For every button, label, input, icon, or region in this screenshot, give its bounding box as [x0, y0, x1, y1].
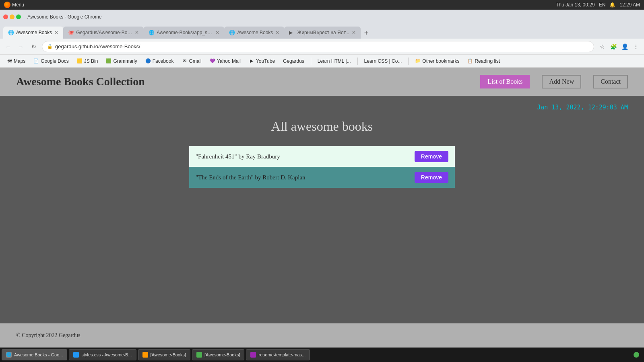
page-wrapper: Awesome Books Collection List of Books A… — [0, 68, 644, 348]
back-button[interactable]: ← — [3, 42, 13, 51]
bookmark-gegardus-label: Gegardus — [283, 58, 304, 64]
window-controls[interactable] — [3, 14, 21, 19]
site-title: Awesome Books Collection — [16, 75, 464, 88]
main-content: Jan 13, 2022, 12:29:03 AM All awesome bo… — [0, 96, 644, 323]
remove-book-0-button[interactable]: Remove — [415, 151, 448, 162]
taskbar-item-1[interactable]: styles.css - Awesome-B... — [69, 349, 136, 360]
bookmark-gegardus[interactable]: Gegardus — [280, 58, 308, 65]
bookmark-learn-html-label: Learn HTML |... — [318, 58, 351, 64]
maximize-window-button[interactable] — [16, 14, 21, 19]
url-bar[interactable]: 🔒 gegardus.github.io/Awesome-Books/ — [42, 41, 594, 52]
bookmark-facebook[interactable]: 🔵 Facebook — [142, 58, 177, 65]
bookmark-gmail-label: Gmail — [189, 58, 201, 64]
reload-button[interactable]: ↻ — [29, 42, 39, 51]
folder-icon: 📁 — [415, 58, 421, 64]
menu-icon[interactable]: ⋮ — [631, 42, 641, 51]
taskbar-label-0: Awesome Books - Goo... — [14, 352, 63, 357]
tab-close-4[interactable]: ✕ — [352, 30, 356, 35]
google-docs-icon: 📄 — [33, 58, 39, 64]
reading-list-icon: 📋 — [467, 58, 473, 64]
tab-favicon-4: ▶ — [289, 30, 295, 35]
taskbar-icon-4 — [250, 352, 256, 358]
profile-icon[interactable]: 👤 — [620, 42, 630, 51]
os-menu[interactable]: Menu — [4, 2, 24, 8]
address-bar: ← → ↻ 🔒 gegardus.github.io/Awesome-Books… — [0, 39, 644, 55]
tab-3[interactable]: 🌐 Awesome Books ✕ — [224, 27, 284, 39]
os-bar: Menu Thu Jan 13, 00:29 EN 🔔 12:29 AM — [0, 0, 644, 10]
taskbar-item-0[interactable]: 🌐 Awesome Books - Goo... — [2, 349, 67, 360]
taskbar-item-3[interactable]: [Awesome-Books] — [192, 349, 244, 360]
bookmark-learn-html[interactable]: Learn HTML |... — [314, 58, 354, 65]
remove-book-1-button[interactable]: Remove — [415, 172, 448, 183]
nav-add-new[interactable]: Add New — [542, 75, 581, 88]
bookmark-reading-list[interactable]: 📋 Reading list — [464, 58, 503, 65]
bookmark-learn-css-label: Learn CSS | Co... — [364, 58, 402, 64]
taskbar-icon-3 — [196, 352, 202, 358]
forward-button[interactable]: → — [16, 42, 26, 51]
nav-list-of-books[interactable]: List of Books — [480, 75, 530, 88]
os-menu-label: Menu — [12, 2, 24, 8]
nav-contact[interactable]: Contact — [593, 75, 628, 88]
taskbar-icon-2 — [142, 352, 148, 358]
close-window-button[interactable] — [3, 14, 8, 19]
bookmark-youtube-label: YouTube — [256, 58, 275, 64]
books-list: "Fahrenheit 451" by Ray Bradbury Remove … — [189, 146, 455, 188]
bookmark-google-docs[interactable]: 📄 Google Docs — [30, 58, 72, 65]
firefox-icon — [4, 2, 10, 8]
tab-close-0[interactable]: ✕ — [54, 30, 58, 35]
jsbin-icon: 🟨 — [77, 58, 83, 64]
tab-close-1[interactable]: ✕ — [135, 30, 139, 35]
bookmark-jsbin-label: JS Bin — [84, 58, 98, 64]
chrome-titlebar: Awesome Books - Google Chrome — [0, 10, 644, 24]
bookmark-grammarly[interactable]: 🟩 Grammarly — [103, 58, 140, 65]
bookmark-youtube[interactable]: ▶ YouTube — [246, 58, 278, 65]
lock-icon: 🔒 — [47, 44, 53, 49]
taskbar-item-2[interactable]: [Awesome-Books] — [138, 349, 190, 360]
bookmark-yahoo[interactable]: 💜 Yahoo Mail — [206, 58, 244, 65]
gmail-icon: ✉ — [182, 58, 187, 64]
tab-label-2: Awesome-Books/app_sc... — [157, 30, 213, 35]
tab-favicon-1: 🐙 — [68, 30, 74, 35]
bookmark-gmail[interactable]: ✉ Gmail — [178, 58, 204, 65]
taskbar-status-icon — [634, 352, 639, 358]
taskbar-label-1: styles.css - Awesome-B... — [81, 352, 132, 357]
bookmark-star-icon[interactable]: ☆ — [597, 42, 607, 51]
tab-2[interactable]: 🌐 Awesome-Books/app_sc... ✕ — [144, 27, 224, 39]
bookmark-grammarly-label: Grammarly — [113, 58, 137, 64]
os-bar-left: Menu — [4, 2, 24, 8]
tab-favicon-0: 🌐 — [8, 30, 14, 35]
bookmark-google-docs-label: Google Docs — [41, 58, 68, 64]
book-item-1: "The Ends of the Earth" by Robert D. Kap… — [189, 167, 455, 188]
os-notification-icon[interactable]: 🔔 — [609, 2, 615, 8]
tab-label-3: Awesome Books — [237, 30, 273, 35]
tab-1[interactable]: 🐙 Gegardus/Awesome-Boo... ✕ — [63, 27, 144, 39]
youtube-icon: ▶ — [249, 58, 254, 64]
book-title-1: "The Ends of the Earth" by Robert D. Kap… — [196, 174, 415, 181]
tab-bar: 🌐 Awesome Books ✕ 🐙 Gegardus/Awesome-Boo… — [0, 24, 644, 39]
url-text: gegardus.github.io/Awesome-Books/ — [55, 43, 140, 49]
tab-4[interactable]: ▶ Жирный крест на Ялт... ✕ — [284, 27, 361, 39]
new-tab-button[interactable]: + — [361, 27, 372, 39]
book-title-0: "Fahrenheit 451" by Ray Bradbury — [196, 153, 415, 160]
yahoo-icon: 💜 — [210, 58, 215, 64]
tab-label-1: Gegardus/Awesome-Boo... — [76, 30, 132, 35]
minimize-window-button[interactable] — [10, 14, 14, 19]
extensions-icon[interactable]: 🧩 — [609, 42, 618, 51]
facebook-icon: 🔵 — [145, 58, 151, 64]
taskbar-icon-0: 🌐 — [6, 352, 12, 358]
bookmark-maps[interactable]: 🗺 Maps — [3, 58, 29, 65]
tab-label-0: Awesome Books — [16, 30, 52, 35]
tab-close-3[interactable]: ✕ — [275, 30, 279, 35]
bookmark-yahoo-label: Yahoo Mail — [217, 58, 241, 64]
bookmark-learn-css[interactable]: Learn CSS | Co... — [361, 58, 405, 65]
tab-0[interactable]: 🌐 Awesome Books ✕ — [3, 27, 63, 39]
bookmark-other[interactable]: 📁 Other bookmarks — [412, 58, 462, 65]
tab-close-2[interactable]: ✕ — [215, 30, 219, 35]
tab-label-4: Жирный крест на Ялт... — [297, 30, 349, 35]
taskbar-item-4[interactable]: readme-template-mas... — [246, 349, 310, 360]
taskbar-right — [630, 352, 642, 358]
site-footer: © Copyright 2022 Gegardus — [0, 323, 644, 348]
bookmark-jsbin[interactable]: 🟨 JS Bin — [74, 58, 101, 65]
os-datetime: Thu Jan 13, 00:29 — [556, 2, 595, 8]
bookmark-other-label: Other bookmarks — [422, 58, 459, 64]
